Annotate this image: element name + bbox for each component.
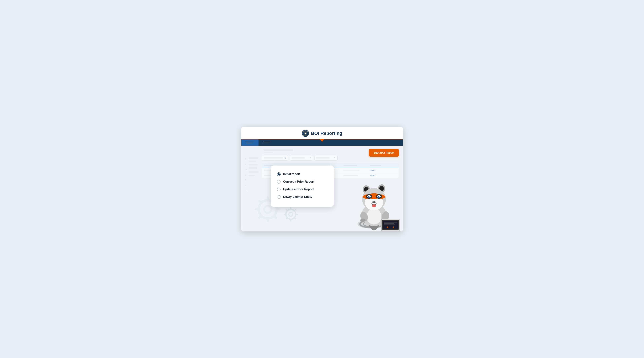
radio-label-correct: Correct a Prior Report (283, 180, 314, 183)
radio-button-exempt[interactable] (277, 195, 280, 199)
svg-point-48 (373, 201, 374, 202)
sidebar-line-3 (248, 164, 258, 165)
browser-window: ★ FINCEN TREASURY BOI Reporting Start BO… (241, 127, 403, 231)
sidebar-line-6 (248, 175, 255, 176)
svg-point-46 (379, 196, 380, 197)
svg-rect-62 (380, 231, 400, 231)
svg-line-24 (286, 218, 287, 219)
col-filed (344, 165, 357, 166)
chevron-down-icon-1: ▼ (310, 157, 311, 159)
radio-option-update[interactable]: Update a Prior Report (277, 186, 327, 193)
svg-text:FINCEN: FINCEN (304, 131, 307, 132)
col-action (370, 165, 380, 166)
num-15: 15 (245, 169, 247, 171)
radio-label-initial: Initial report (283, 172, 300, 176)
radio-button-correct[interactable] (277, 180, 280, 184)
page-title: BOI Reporting (311, 131, 342, 136)
report-type-dropdown-card: Initial report Correct a Prior Report Up… (271, 165, 334, 207)
cell-line-3 (344, 170, 360, 171)
svg-text:★: ★ (304, 133, 306, 134)
radio-option-exempt[interactable]: Newly Exempt Entity (277, 193, 327, 201)
filter-row: 🔍 ▼ ▼ (262, 155, 399, 161)
sidebar-line-5 (248, 171, 258, 173)
num-0: 0 (245, 163, 247, 165)
sidebar-lines (248, 157, 260, 178)
dropdown-type[interactable]: ▼ (290, 155, 313, 161)
svg-text:TREASURY: TREASURY (304, 135, 307, 136)
num-12: 12 (245, 190, 247, 192)
nav-tab-dashboard[interactable] (241, 139, 258, 146)
raccoon-illustration (344, 175, 400, 231)
sidebar-line-1 (248, 157, 258, 159)
sidebar-numbers: 3 0 15 2 5 9 12 (245, 158, 247, 192)
svg-point-45 (369, 196, 370, 197)
svg-rect-57 (384, 222, 397, 222)
radio-button-update[interactable] (277, 188, 280, 191)
radio-inner-selected (278, 173, 280, 175)
radio-label-update: Update a Prior Report (283, 188, 314, 191)
svg-line-12 (259, 201, 261, 203)
app-header: ★ FINCEN TREASURY BOI Reporting (241, 127, 403, 139)
sidebar-line-2 (248, 161, 256, 162)
nav-tab-line1 (246, 142, 254, 142)
svg-line-14 (259, 216, 261, 218)
start-link-1[interactable]: Start > (370, 169, 396, 172)
dropdown-line-1 (292, 157, 305, 159)
num-5: 5 (245, 179, 247, 181)
main-content: Start BOI Report 3 0 15 2 5 9 12 (241, 146, 403, 231)
nav-tab-reports[interactable] (258, 139, 276, 146)
svg-line-25 (294, 218, 296, 219)
nav-tab-line2 (246, 143, 252, 143)
svg-line-15 (274, 216, 276, 218)
svg-rect-59 (384, 224, 396, 225)
gear-decoration-2 (281, 204, 301, 225)
num-3: 3 (245, 158, 247, 160)
svg-point-52 (360, 219, 366, 222)
svg-point-30 (366, 209, 382, 224)
svg-point-17 (289, 212, 293, 216)
header-pointer-decoration (320, 139, 324, 142)
radio-option-initial[interactable]: Initial report (277, 170, 327, 178)
num-9: 9 (245, 184, 247, 186)
nav-tab-line3 (263, 142, 271, 142)
svg-rect-58 (384, 223, 394, 224)
search-input-area[interactable]: 🔍 (262, 155, 288, 161)
sidebar-line-4 (248, 167, 257, 169)
radio-option-correct[interactable]: Correct a Prior Report (277, 178, 327, 186)
svg-line-22 (286, 210, 287, 211)
page-subtitle-area (264, 149, 399, 153)
subtitle-line-2 (264, 152, 273, 153)
radio-label-exempt: Newly Exempt Entity (283, 195, 312, 199)
nav-tab-line4 (263, 143, 269, 143)
svg-line-23 (294, 210, 296, 211)
dropdown-status[interactable]: ▼ (314, 155, 338, 161)
fincen-seal-icon: ★ FINCEN TREASURY (302, 130, 309, 137)
svg-point-47 (372, 201, 376, 203)
num-2: 2 (245, 174, 247, 176)
subtitle-line-1 (264, 149, 293, 151)
search-icon: 🔍 (284, 157, 286, 159)
chevron-down-icon-2: ▼ (334, 157, 336, 159)
dropdown-line-2 (316, 157, 330, 159)
search-line (264, 157, 283, 159)
radio-button-initial[interactable] (277, 172, 280, 176)
svg-point-7 (264, 206, 271, 213)
